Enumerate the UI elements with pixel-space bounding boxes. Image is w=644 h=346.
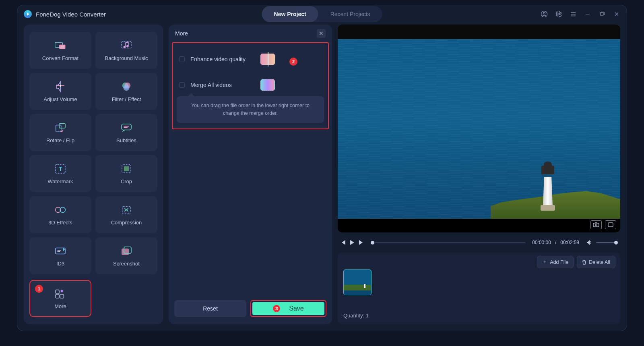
filter-icon (121, 81, 132, 92)
timeline-slider[interactable] (371, 242, 526, 243)
svg-point-31 (595, 224, 597, 226)
svg-point-9 (126, 45, 129, 48)
id3-icon (55, 245, 66, 257)
svg-point-2 (558, 13, 560, 15)
crop-icon (121, 163, 132, 174)
quantity-label: Quantity: 1 (343, 310, 615, 320)
annotation-badge-3: 3 (273, 305, 280, 312)
save-button-label: Save (289, 305, 303, 312)
tool-convert-format[interactable]: Convert Format (29, 32, 91, 69)
video-preview[interactable] (338, 25, 620, 232)
player-controls: 00:00:00 / 00:02:59 (338, 236, 620, 249)
tool-subtitles[interactable]: Subtitles (95, 114, 157, 151)
tool-label: Crop (121, 178, 132, 184)
option-label: Enhance video quality (190, 56, 255, 62)
next-button[interactable] (359, 240, 364, 245)
more-panel: More ✕ 2 Enhance video quality Merge All… (169, 25, 332, 324)
option-enhance-quality[interactable]: Enhance video quality (177, 46, 324, 72)
tool-watermark[interactable]: T Watermark (29, 155, 91, 192)
tool-more[interactable]: 1 More (29, 280, 91, 317)
volume-icon (55, 81, 66, 92)
close-icon[interactable]: ✕ (317, 29, 326, 38)
tool-background-music[interactable]: Background Music (95, 32, 157, 69)
svg-rect-16 (122, 124, 131, 130)
tool-label: ID3 (56, 261, 64, 267)
annotation-badge-2: 2 (289, 58, 297, 66)
fullscreen-icon[interactable] (605, 220, 616, 229)
tool-label: Watermark (47, 178, 73, 184)
app-window: FoneDog Video Converter New Project Rece… (17, 5, 627, 331)
tool-label: Subtitles (116, 137, 136, 143)
close-button[interactable] (613, 10, 620, 18)
svg-point-1 (543, 12, 545, 14)
save-button[interactable]: 3 Save (252, 302, 324, 315)
checkbox-enhance[interactable] (179, 56, 185, 62)
lighthouse-graphic (538, 163, 557, 211)
trash-icon (582, 260, 586, 265)
time-current: 00:00:00 (532, 240, 551, 245)
plus-icon: ＋ (542, 259, 547, 265)
tool-grid: Convert Format Background Music Adjust V… (29, 32, 157, 274)
menu-icon[interactable] (570, 10, 577, 18)
project-tabs: New Project Recent Projects (262, 6, 382, 22)
minimize-button[interactable] (584, 10, 591, 18)
screenshot-icon (121, 245, 132, 257)
checkbox-merge[interactable] (179, 82, 185, 88)
snapshot-icon[interactable] (590, 220, 602, 229)
volume-icon[interactable] (586, 240, 592, 245)
toolbox: Convert Format Background Music Adjust V… (24, 25, 163, 324)
svg-rect-29 (60, 294, 64, 298)
annotation-badge-1: 1 (35, 285, 43, 293)
tool-crop[interactable]: Crop (95, 155, 157, 192)
tool-label: More (54, 303, 66, 309)
reset-button[interactable]: Reset (174, 300, 246, 317)
file-thumbnail[interactable] (343, 269, 372, 295)
more-panel-title: More (175, 30, 188, 37)
tab-new-project[interactable]: New Project (262, 6, 318, 22)
svg-rect-3 (601, 12, 603, 15)
svg-point-13 (124, 85, 130, 91)
tool-screenshot[interactable]: Screenshot (95, 237, 157, 274)
more-panel-body: 2 Enhance video quality Merge All videos… (172, 42, 329, 129)
option-label: Merge All videos (190, 82, 255, 88)
add-file-button[interactable]: ＋ Add File (537, 256, 574, 268)
prev-button[interactable] (340, 240, 346, 245)
tool-compression[interactable]: Compression (95, 196, 157, 233)
file-list-panel: ＋ Add File Delete All Quantity: 1 (338, 253, 620, 324)
svg-rect-32 (608, 223, 613, 227)
more-panel-footer: Reset 3 Save (169, 300, 332, 324)
tool-label: 3D Effects (48, 220, 72, 226)
settings-icon[interactable] (555, 10, 562, 18)
tool-3d-effects[interactable]: 3D Effects (29, 196, 91, 233)
play-button[interactable] (350, 240, 355, 245)
merge-icon (260, 79, 275, 91)
3d-icon (55, 204, 66, 215)
maximize-button[interactable] (599, 10, 606, 18)
svg-text:T: T (59, 166, 62, 172)
volume-slider[interactable] (596, 242, 618, 243)
tab-recent-projects[interactable]: Recent Projects (318, 6, 382, 22)
enhance-icon (260, 54, 275, 65)
account-icon[interactable] (541, 10, 548, 18)
svg-rect-15 (59, 123, 65, 128)
more-icon (55, 288, 66, 299)
right-column: 00:00:00 / 00:02:59 ＋ Add File Delete Al… (338, 25, 620, 324)
compression-icon (121, 204, 132, 215)
delete-all-button[interactable]: Delete All (577, 256, 615, 268)
svg-rect-25 (122, 249, 129, 255)
tool-adjust-volume[interactable]: Adjust Volume (29, 73, 91, 110)
tool-label: Adjust Volume (43, 96, 77, 102)
option-merge-all[interactable]: Merge All videos (177, 72, 324, 94)
tool-rotate-flip[interactable]: Rotate / Flip (29, 114, 91, 151)
tool-filter-effect[interactable]: Filter / Effect (95, 73, 157, 110)
more-panel-header: More ✕ (169, 25, 332, 42)
tool-label: Rotate / Flip (46, 137, 74, 143)
tool-id3[interactable]: ID3 (29, 237, 91, 274)
svg-rect-27 (56, 290, 59, 293)
subtitles-icon (121, 122, 132, 133)
rotate-icon (55, 122, 66, 133)
save-button-highlight: 3 Save (250, 300, 326, 317)
titlebar: FoneDog Video Converter New Project Rece… (17, 5, 627, 23)
svg-rect-30 (593, 223, 599, 227)
svg-point-10 (60, 85, 61, 87)
